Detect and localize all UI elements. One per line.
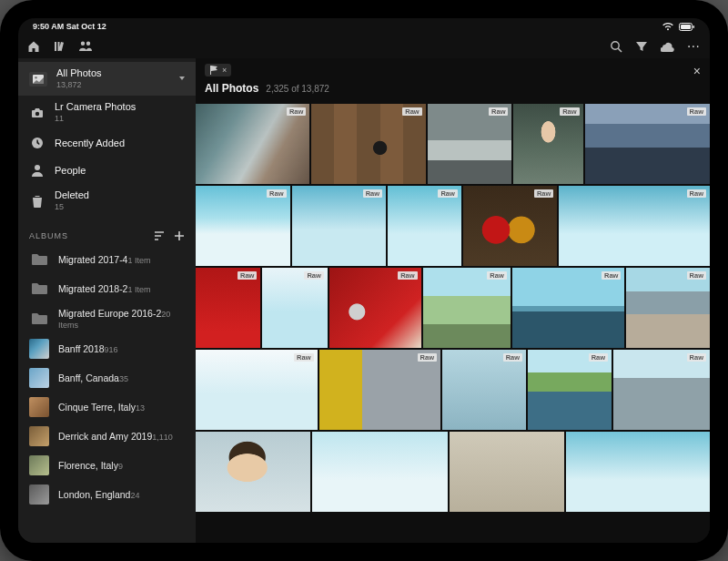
photo-thumbnail[interactable]: Raw (196, 350, 318, 430)
more-button[interactable]: ··· (688, 42, 701, 52)
close-icon: × (693, 64, 701, 78)
sidebar-item-deleted[interactable]: Deleted15 (18, 184, 196, 218)
album-title: Migrated Europe 2016-2 (58, 308, 161, 319)
photo-thumbnail[interactable]: Raw (513, 104, 582, 184)
ellipsis-icon: ··· (688, 42, 701, 52)
title-row: All Photos 2,325 of 13,872 (205, 82, 701, 95)
album-title: Banff, Canada (58, 372, 119, 383)
photo-thumbnail[interactable] (196, 432, 310, 512)
photo-thumbnail[interactable]: Raw (626, 268, 710, 348)
album-item[interactable]: Migrated 2017-41 Item (18, 245, 196, 274)
photo-thumbnail[interactable]: Raw (292, 186, 387, 266)
wifi-icon (662, 23, 673, 31)
library-icon (53, 40, 66, 53)
shared-button[interactable] (78, 40, 93, 53)
photo-thumbnail[interactable] (312, 432, 448, 512)
home-icon (27, 40, 40, 53)
photo-grid: RawRawRawRawRawRawRawRawRawRawRawRawRawR… (196, 104, 710, 514)
album-count: 35 (119, 374, 128, 383)
photo-thumbnail[interactable]: Raw (311, 104, 425, 184)
library-button[interactable] (53, 40, 66, 53)
app-top-bar: ··· (18, 35, 710, 58)
photo-grid-scroll[interactable]: RawRawRawRawRawRawRawRawRawRawRawRawRawR… (196, 104, 710, 543)
grid-row: RawRawRawRawRaw (196, 104, 710, 184)
album-item[interactable]: Banff, Canada35 (18, 363, 196, 393)
sidebar-item-recently-added[interactable]: Recently Added (18, 129, 196, 157)
photo-thumbnail[interactable]: Raw (613, 350, 710, 430)
photo-thumbnail[interactable]: Raw (528, 350, 612, 430)
album-thumbnail (29, 455, 49, 475)
raw-badge: Raw (438, 189, 457, 198)
filter-chip-flagged[interactable]: × (205, 64, 231, 76)
search-button[interactable] (610, 40, 622, 53)
filter-button[interactable] (635, 40, 648, 53)
clock-icon (29, 135, 46, 151)
raw-badge: Raw (602, 271, 621, 280)
photo-thumbnail[interactable]: Raw (329, 268, 421, 348)
album-item[interactable]: Migrated 2018-21 Item (18, 274, 196, 303)
sidebar-item-label: All Photos (56, 67, 168, 79)
sidebar-item-label: People (55, 165, 187, 177)
remove-chip-button[interactable]: × (222, 66, 227, 75)
album-thumbnail (29, 484, 49, 505)
status-icons (662, 23, 695, 31)
cloud-sync-button[interactable] (661, 41, 675, 52)
svg-line-4 (618, 48, 622, 52)
raw-badge: Raw (589, 353, 608, 362)
album-title: Migrated 2017-4 (58, 254, 127, 265)
add-album-button[interactable] (174, 230, 185, 241)
photo-thumbnail[interactable]: Raw (423, 268, 511, 348)
album-item[interactable]: Banff 2018916 (18, 334, 196, 363)
photo-thumbnail[interactable]: Raw (319, 350, 441, 430)
album-title: Florence, Italy (58, 460, 118, 471)
album-list: Migrated 2017-41 ItemMigrated 2018-21 It… (18, 245, 196, 509)
sidebar-item-all-photos[interactable]: All Photos13,872 (18, 62, 196, 96)
svg-point-9 (35, 165, 40, 170)
grid-row (196, 432, 710, 512)
photo-thumbnail[interactable]: Raw (262, 268, 327, 348)
album-item[interactable]: Migrated Europe 2016-220 Items (18, 303, 196, 334)
photo-thumbnail[interactable]: Raw (585, 104, 710, 184)
filter-chip-row: × (205, 64, 701, 76)
chevron-down-icon (177, 74, 187, 85)
funnel-icon (635, 40, 648, 53)
sidebar-item-people[interactable]: People (18, 157, 196, 184)
sort-albums-button[interactable] (154, 230, 165, 241)
main-header: × × All Photos 2,325 of 13,872 (196, 58, 710, 104)
album-thumbnail (29, 426, 49, 446)
album-item[interactable]: Cinque Terre, Italy13 (18, 393, 196, 422)
battery-icon (679, 23, 695, 31)
photo-thumbnail[interactable]: Raw (388, 186, 461, 266)
photo-thumbnail[interactable]: Raw (559, 186, 710, 266)
raw-badge: Raw (487, 271, 506, 280)
photo-thumbnail[interactable]: Raw (463, 186, 558, 266)
sidebar-section-header: ALBUMS (18, 221, 196, 245)
grid-row: RawRawRawRawRaw (196, 350, 710, 430)
status-time: 9:50 AM Sat Oct 12 (33, 22, 106, 31)
grid-count: 2,325 of 13,872 (266, 84, 329, 94)
album-count: 916 (105, 345, 118, 354)
photo-thumbnail[interactable] (566, 432, 710, 512)
album-item[interactable]: Florence, Italy9 (18, 451, 196, 480)
screen: 9:50 AM Sat Oct 12 (18, 18, 710, 543)
album-title: London, England (58, 489, 130, 500)
photo-thumbnail[interactable]: Raw (428, 104, 512, 184)
photo-thumbnail[interactable]: Raw (196, 186, 290, 266)
folder-icon (29, 309, 49, 329)
photo-thumbnail[interactable]: Raw (196, 268, 260, 348)
album-title: Derrick and Amy 2019 (58, 431, 152, 442)
album-item[interactable]: Derrick and Amy 20191,110 (18, 422, 196, 451)
close-panel-button[interactable]: × (693, 64, 701, 78)
photo-thumbnail[interactable]: Raw (196, 104, 309, 184)
raw-badge: Raw (560, 107, 579, 116)
sidebar-item-lr-camera-photos[interactable]: Lr Camera Photos11 (18, 96, 196, 129)
photo-thumbnail[interactable]: Raw (512, 268, 625, 348)
grid-row: RawRawRawRawRawRaw (196, 268, 710, 348)
photo-thumbnail[interactable] (450, 432, 564, 512)
trash-icon (29, 193, 46, 209)
photo-thumbnail[interactable]: Raw (442, 350, 526, 430)
sidebar-item-label: Deleted (55, 189, 187, 201)
album-count: 1 Item (127, 285, 150, 294)
album-item[interactable]: London, England24 (18, 480, 196, 509)
home-button[interactable] (27, 40, 40, 53)
